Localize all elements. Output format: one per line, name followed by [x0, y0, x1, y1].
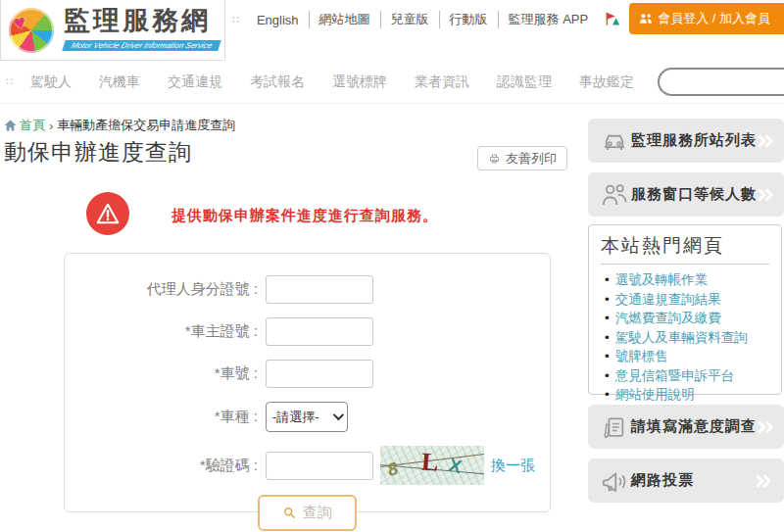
utility-link-kids[interactable]: 兒童版 — [380, 11, 439, 28]
printer-icon — [488, 153, 501, 165]
main-nav: ∷ 駕駛人 汽機車 交通違規 考試報名 選號標牌 業者資訊 認識監理 事故鑑定 — [0, 61, 784, 104]
megaphone-icon — [600, 466, 631, 496]
captcha-char: 8 — [385, 459, 400, 481]
query-submit-button[interactable]: 查詢 — [258, 495, 357, 531]
search-input[interactable] — [658, 68, 784, 96]
list-item: 交通違規查詢結果 — [601, 290, 769, 310]
captcha-image: 8 L X — [380, 446, 484, 485]
hot-link-plate-auction[interactable]: 號牌標售 — [615, 349, 668, 363]
people-icon — [600, 180, 631, 210]
list-item: 號牌標售 — [601, 347, 769, 366]
hot-link-violation-results[interactable]: 交通違規查詢結果 — [615, 292, 721, 307]
chevron-double-icon — [755, 473, 774, 489]
print-button[interactable]: 友善列印 — [477, 146, 567, 170]
sidebar-button-satisfaction-survey[interactable]: 請填寫滿意度調查 — [588, 405, 784, 449]
car-icon — [600, 126, 631, 156]
breadcrumb-separator: › — [49, 119, 53, 133]
captcha-char: L — [420, 447, 439, 477]
list-item: 網站使用說明 — [601, 385, 769, 405]
nav-item-vehicles[interactable]: 汽機車 — [85, 73, 154, 91]
list-item: 選號及轉帳作業 — [601, 270, 769, 290]
utility-link-sitemap[interactable]: 網站地圖 — [309, 11, 380, 28]
heart-icon: ♥ — [12, 9, 28, 34]
alert-icon — [86, 192, 129, 235]
breadcrumb: 首頁 › 車輛動產擔保交易申請進度查詢 — [4, 117, 235, 134]
captcha-refresh-link[interactable]: 換一張 — [491, 457, 535, 475]
nav-item-operators[interactable]: 業者資訊 — [401, 73, 483, 91]
notice-text: 提供動保申辦案件進度進行查詢服務。 — [172, 207, 438, 225]
plate-no-input[interactable] — [266, 360, 373, 388]
agent-id-input[interactable] — [266, 275, 373, 304]
agent-id-label: 代理人身分證號 : — [65, 280, 266, 299]
hot-link-driver-vehicle-data[interactable]: 駕駛人及車輛資料查詢 — [615, 330, 748, 345]
page-title: 動保申辦進度查詢 — [4, 137, 192, 168]
hot-link-feedback[interactable]: 意見信箱暨申訴平台 — [615, 368, 735, 383]
accessibility-badge-icon — [604, 11, 621, 28]
utility-links: English 網站地圖 兒童版 行動版 監理服務 APP — [247, 11, 598, 28]
hot-pages-list: 選號及轉帳作業 交通違規查詢結果 汽燃費查詢及繳費 駕駛人及車輛資料查詢 號牌標… — [601, 270, 769, 405]
home-icon — [4, 120, 17, 131]
logo-sphere-icon: ♥ — [9, 8, 54, 53]
utility-link-mobile[interactable]: 行動版 — [439, 11, 498, 28]
search-icon — [282, 506, 297, 520]
sidebar-button-online-voting[interactable]: 網路投票 — [588, 459, 784, 503]
captcha-input[interactable] — [266, 452, 373, 480]
vehicle-type-select[interactable]: -請選擇- — [266, 402, 348, 432]
list-item: 汽燃費查詢及繳費 — [601, 309, 769, 328]
nav-item-about[interactable]: 認識監理 — [483, 73, 565, 91]
query-form: 代理人身分證號 : *車主證號 : *車號 : *車種 : -請選擇- *驗證碼… — [64, 253, 551, 512]
vehicle-type-label: *車種 : — [65, 408, 266, 426]
survey-icon — [600, 412, 631, 442]
sidebar-button-waiting-count[interactable]: 服務窗口等候人數 — [588, 172, 784, 217]
nav-item-exam[interactable]: 考試報名 — [236, 73, 318, 91]
list-item: 意見信箱暨申訴平台 — [601, 366, 769, 386]
owner-id-label: *車主證號 : — [65, 322, 266, 341]
sidebar-button-office-list[interactable]: 監理服務所站列表 — [588, 119, 784, 163]
nav-marker-icon: ∷ — [6, 75, 13, 88]
list-item: 駕駛人及車輛資料查詢 — [601, 328, 769, 348]
nav-item-drivers[interactable]: 駕駛人 — [17, 73, 85, 91]
breadcrumb-current: 車輛動產擔保交易申請進度查詢 — [57, 117, 235, 134]
nav-item-violations[interactable]: 交通違規 — [154, 73, 236, 91]
site-subtitle: Motor Vehicle Driver Information Service — [62, 40, 221, 51]
header-utility-bar: ∷ English 網站地圖 兒童版 行動版 監理服務 APP 會員登入 / 加… — [232, 0, 784, 39]
login-button[interactable]: 會員登入 / 加入會員 — [629, 3, 784, 34]
hot-link-plate-transfer[interactable]: 選號及轉帳作業 — [615, 272, 709, 287]
chevron-double-icon — [757, 133, 776, 149]
page: ♥ 監理服務網 Motor Vehicle Driver Information… — [0, 0, 784, 532]
nav-item-plate[interactable]: 選號標牌 — [318, 73, 401, 91]
nav-item-accident[interactable]: 事故鑑定 — [565, 73, 648, 91]
hot-link-site-guide[interactable]: 網站使用說明 — [615, 387, 695, 402]
captcha-label: *驗證碼 : — [65, 457, 266, 475]
site-title: 監理服務網 — [64, 8, 220, 34]
utility-link-english[interactable]: English — [247, 13, 309, 27]
hot-pages-title: 本站熱門網頁 — [601, 233, 769, 265]
nav-search — [658, 68, 784, 96]
utility-marker-icon: ∷ — [232, 14, 239, 26]
hot-pages-panel: 本站熱門網頁 選號及轉帳作業 交通違規查詢結果 汽燃費查詢及繳費 駕駛人及車輛資… — [588, 224, 782, 395]
owner-id-input[interactable] — [266, 317, 373, 346]
chevron-double-icon — [757, 187, 776, 203]
breadcrumb-home-link[interactable]: 首頁 — [4, 117, 45, 134]
member-icon — [639, 13, 653, 24]
hot-link-fuel-fee[interactable]: 汽燃費查詢及繳費 — [615, 311, 721, 325]
chevron-double-icon — [757, 419, 776, 435]
plate-no-label: *車號 : — [65, 364, 266, 383]
site-logo[interactable]: ♥ 監理服務網 Motor Vehicle Driver Information… — [0, 0, 225, 61]
utility-link-app[interactable]: 監理服務 APP — [498, 11, 599, 28]
